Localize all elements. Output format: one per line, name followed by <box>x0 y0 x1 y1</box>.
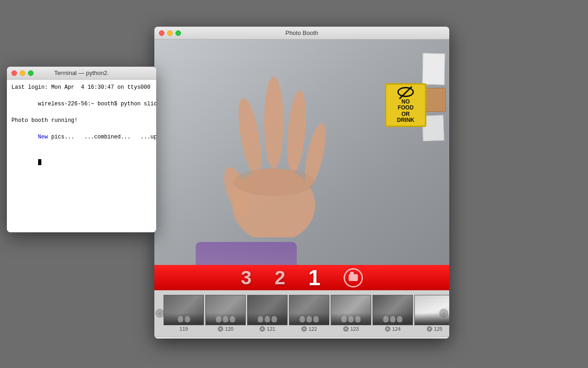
note-white-1 <box>422 53 445 85</box>
thumb-label-119: 119 <box>164 326 204 332</box>
thumbnails-container: 119 <box>164 295 449 332</box>
countdown-2: 2 <box>275 267 285 289</box>
face-dot <box>348 316 354 322</box>
terminal-window: Terminal — python2. Last login: Mon Apr … <box>7 67 156 232</box>
photobooth-title: Photo Booth <box>285 29 318 36</box>
terminal-line-2: wireless-226-56:~ booth$ python slidesho… <box>11 92 152 116</box>
face-dot <box>216 316 221 322</box>
desktop: Terminal — python2. Last login: Mon Apr … <box>0 0 588 368</box>
terminal-maximize-button[interactable] <box>28 70 34 76</box>
thumb-number-121: 121 <box>267 326 275 332</box>
faces-124 <box>373 316 413 322</box>
svg-point-4 <box>284 90 309 174</box>
face-dot <box>230 316 235 322</box>
thumb-bw-122 <box>289 295 329 325</box>
face-dot <box>265 316 270 322</box>
traffic-lights <box>11 70 34 76</box>
terminal-new-text: New <box>38 134 48 140</box>
terminal-line-4: New pics... ...combined... ...uploaded! <box>11 125 152 150</box>
thumb-delete-btn-122[interactable] <box>301 326 307 332</box>
no-food-sign: NOFOODORDRINK <box>385 83 426 127</box>
thumbnail-item-124: 124 <box>373 295 413 332</box>
no-food-sign-container: NOFOODORDRINK <box>385 83 426 127</box>
thumbnail-item-119: 119 <box>164 295 204 332</box>
photobooth-maximize-button[interactable] <box>175 30 181 36</box>
thumb-delete-btn-125[interactable] <box>427 326 432 332</box>
face-dot <box>223 316 228 322</box>
face-dot <box>300 316 305 322</box>
svg-point-3 <box>264 76 283 168</box>
camera-view: NOFOODORDRINK <box>154 40 449 265</box>
thumb-bw-123 <box>331 295 371 325</box>
faces-119 <box>164 316 204 322</box>
no-food-text: NOFOODORDRINK <box>397 99 414 123</box>
thumb-delete-btn-121[interactable] <box>260 326 265 332</box>
thumbnail-img-120[interactable] <box>205 295 246 325</box>
photobooth-minimize-button[interactable] <box>167 30 173 36</box>
face-dot <box>383 316 389 322</box>
face-dot <box>313 316 319 322</box>
thumb-bw-120 <box>206 295 245 325</box>
thumbnail-item-120: 120 <box>205 295 246 332</box>
no-food-icon <box>397 87 414 97</box>
filmstrip-left-arrow[interactable]: ‹ <box>155 309 164 318</box>
thumb-bw-124 <box>373 295 413 325</box>
thumbnail-img-122[interactable] <box>289 295 329 325</box>
face-dot <box>185 316 190 322</box>
thumb-label-124: 124 <box>373 326 413 332</box>
camera-shutter-icon[interactable] <box>344 268 363 288</box>
terminal-titlebar: Terminal — python2. <box>7 67 156 80</box>
thumb-delete-btn-124[interactable] <box>385 326 390 332</box>
thumbnail-item-122: 122 <box>289 295 329 332</box>
face-dot <box>341 316 347 322</box>
thumb-label-123: 123 <box>331 326 371 332</box>
filmstrip: ‹ 119 <box>154 290 449 336</box>
terminal-body: Last login: Mon Apr 4 16:30:47 on ttys00… <box>7 80 156 232</box>
camera-icon-body <box>349 274 358 281</box>
thumb-bw-121 <box>248 295 287 325</box>
thumb-delete-btn-123[interactable] <box>343 326 349 332</box>
face-dot <box>390 316 396 322</box>
thumb-number-120: 120 <box>225 326 233 332</box>
terminal-close-button[interactable] <box>11 70 17 76</box>
photobooth-window: Photo Booth NOFOODORDRINK <box>154 27 449 339</box>
photobooth-traffic-lights <box>159 30 181 36</box>
filmstrip-right-arrow[interactable]: › <box>439 309 448 318</box>
thumb-label-121: 121 <box>247 326 288 332</box>
thumb-number-119: 119 <box>180 326 188 332</box>
photobooth-close-button[interactable] <box>159 30 164 36</box>
thumbnail-img-124[interactable] <box>373 295 413 325</box>
svg-point-6 <box>233 168 314 196</box>
thumb-delete-btn-120[interactable] <box>218 326 223 332</box>
thumbnail-img-119[interactable] <box>164 295 204 325</box>
thumbnail-item-123: 123 <box>331 295 371 332</box>
countdown-1: 1 <box>308 265 321 290</box>
thumbnail-img-121[interactable] <box>247 295 288 325</box>
terminal-minimize-button[interactable] <box>20 70 25 76</box>
face-dot <box>178 316 183 322</box>
hand-svg <box>209 63 338 237</box>
face-dot <box>306 316 312 322</box>
faces-122 <box>289 316 329 322</box>
hand-image <box>209 63 338 237</box>
faces-123 <box>331 316 371 322</box>
svg-point-2 <box>234 96 266 176</box>
terminal-line-3: Photo booth running! <box>11 116 152 125</box>
thumb-number-124: 124 <box>392 326 401 332</box>
bottom-bar: 125 photos <box>154 336 449 339</box>
thumb-bw-119 <box>164 295 204 325</box>
thumb-label-120: 120 <box>205 326 246 332</box>
countdown-bar: 3 2 1 <box>154 265 449 290</box>
terminal-title: Terminal — python2. <box>54 69 109 76</box>
thumb-number-122: 122 <box>309 326 317 332</box>
thumbnail-item-121: 121 <box>247 295 288 332</box>
thumbnail-img-123[interactable] <box>331 295 371 325</box>
terminal-cursor-line <box>11 150 152 174</box>
terminal-line-1: Last login: Mon Apr 4 16:30:47 on ttys00… <box>11 83 152 92</box>
thumb-label-122: 122 <box>289 326 329 332</box>
countdown-3: 3 <box>241 267 251 289</box>
face-dot <box>355 316 361 322</box>
face-dot <box>397 316 402 322</box>
thumb-label-125: 125 <box>414 326 449 332</box>
faces-121 <box>248 316 287 322</box>
